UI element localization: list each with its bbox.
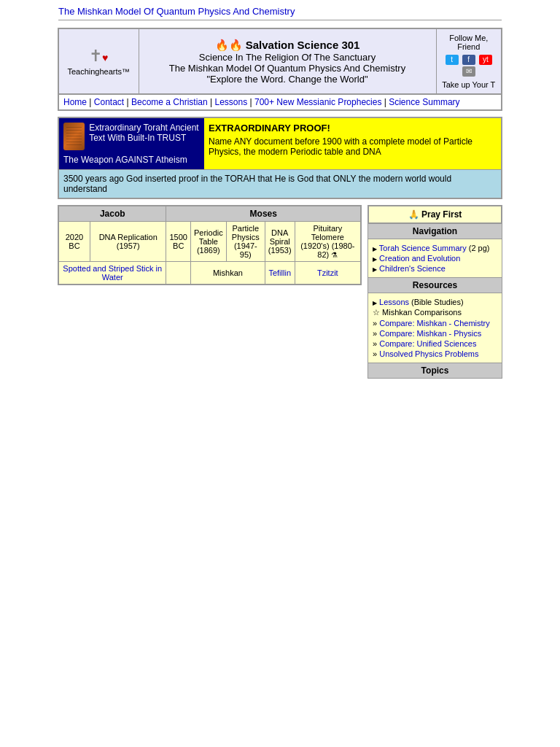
header-table: ✝♥ Teachinghearts™ 🔥🔥 Salvation Science … xyxy=(58,28,502,95)
res-item-physics: » Compare: Mishkan - Physics xyxy=(373,329,497,338)
particle-physics-cell: ParticlePhysics(1947-95) xyxy=(226,222,265,262)
tzitzit-cell: Tzitzit xyxy=(295,262,361,285)
res-item-unified: » Compare: Unified Sciences xyxy=(373,339,497,348)
childrens-science-link[interactable]: Children's Science xyxy=(379,264,446,273)
tefillin-cell: Tefillin xyxy=(265,262,295,285)
sidebar: 🙏 Pray First Navigation Torah Science Su… xyxy=(368,205,502,379)
year-2020: 2020BC xyxy=(58,222,90,262)
nav-become-christian[interactable]: Become a Christian xyxy=(131,97,208,107)
star-icon: ☆ xyxy=(373,308,380,317)
facebook-icon[interactable]: f xyxy=(462,55,475,65)
proof-right-title: EXTRAORDINARY PROOF! xyxy=(209,123,497,133)
creation-evolution-link[interactable]: Creation and Evolution xyxy=(379,254,460,263)
header-logo-cell: ✝♥ Teachinghearts™ xyxy=(58,28,139,94)
site-title: 🔥🔥 Salvation Science 301 xyxy=(144,39,432,52)
sidebar-res-content: Lessons (Bible Studies) ☆ Mishkan Compar… xyxy=(368,293,502,363)
pituitary-telomere-cell: Pituitary Telomere(1920's) (1980-82) ⚗ xyxy=(295,222,361,262)
unsolved-physics-link[interactable]: Unsolved Physics Problems xyxy=(379,349,478,358)
proof-bottom: 3500 years ago God inserted proof in the… xyxy=(58,170,502,199)
year-1500: 1500BC xyxy=(166,222,190,262)
lessons-link[interactable]: Lessons xyxy=(379,298,409,306)
nav-contact[interactable]: Contact xyxy=(94,97,124,107)
logo-cross-icon: ✝♥ xyxy=(63,47,134,66)
email-icon[interactable]: ✉ xyxy=(462,66,475,77)
data-table: Jacob Moses 2020BC DNA Replication(1957)… xyxy=(58,205,362,285)
res-item-unsolved: » Unsolved Physics Problems xyxy=(373,349,497,358)
dna-replication: DNA Replication(1957) xyxy=(90,222,166,262)
col-jacob-header: Jacob xyxy=(58,206,166,222)
res-item-mishkan: ☆ Mishkan Comparisons xyxy=(373,308,497,317)
site-sub2: The Mishkan Model Of Quantum Physics And… xyxy=(144,63,432,74)
flame-icon: 🔥🔥 xyxy=(215,39,243,51)
follow-take: Take up Your T xyxy=(441,80,497,89)
sidebar-pray: 🙏 Pray First xyxy=(368,205,502,224)
arrow-icon-2 xyxy=(373,254,377,263)
unified-sciences-link[interactable]: Compare: Unified Sciences xyxy=(379,339,476,348)
res-item-lessons: Lessons (Bible Studies) xyxy=(373,298,497,306)
logo-name: Teachinghearts™ xyxy=(63,67,134,76)
sidebar-nav-header: Navigation xyxy=(368,224,502,239)
page-title-bar: The Mishkan Model Of Quantum Physics And… xyxy=(0,0,560,23)
dna-spiral-cell: DNASpiral(1953) xyxy=(265,222,295,262)
header-center-cell: 🔥🔥 Salvation Science 301 Science In The … xyxy=(139,28,436,94)
follow-label: Follow Me, Friend xyxy=(441,34,497,51)
arrow-icon-3 xyxy=(373,264,377,273)
sidebar-topics-header: Topics xyxy=(368,363,502,379)
nav-bar: Home | Contact | Become a Christian | Le… xyxy=(58,95,502,111)
header-follow-cell: Follow Me, Friend t f yt ✉ Take up Your … xyxy=(436,28,502,94)
proof-left: Extraordinary Toraht Ancient Text With B… xyxy=(58,117,204,170)
arrow-icon-4 xyxy=(373,298,377,306)
nav-prophecies[interactable]: 700+ New Messianic Prophecies xyxy=(254,97,381,107)
scroll-icon xyxy=(63,123,85,150)
mishkan-physics-link[interactable]: Compare: Mishkan - Physics xyxy=(379,329,481,338)
proof-table: Extraordinary Toraht Ancient Text With B… xyxy=(58,117,502,199)
proof-left-sub: The Weapon AGAINST Atheism xyxy=(63,155,200,165)
nav-item-creation: Creation and Evolution xyxy=(373,254,497,263)
main-content: Jacob Moses 2020BC DNA Replication(1957)… xyxy=(58,205,502,379)
data-table-wrapper: Jacob Moses 2020BC DNA Replication(1957)… xyxy=(58,205,362,379)
pray-icon: 🙏 xyxy=(408,209,419,220)
tzitzit-link[interactable]: Tzitzit xyxy=(317,268,338,277)
proof-left-text: Extraordinary Toraht Ancient Text With B… xyxy=(89,123,200,143)
social-icons: t f yt ✉ xyxy=(441,54,497,77)
proof-right-body: Name ANY document before 1900 with a com… xyxy=(209,136,497,157)
tefillin-link[interactable]: Tefillin xyxy=(268,268,291,277)
spotted-stick-link[interactable]: Spotted and Striped Stick in Water xyxy=(63,264,162,282)
blank-cell xyxy=(166,262,190,285)
youtube-icon[interactable]: yt xyxy=(479,55,492,65)
twitter-icon[interactable]: t xyxy=(446,55,459,65)
vial-icon: ⚗ xyxy=(331,251,338,259)
mishkan-chemistry-link[interactable]: Compare: Mishkan - Chemistry xyxy=(379,319,490,328)
page-title: The Mishkan Model Of Quantum Physics And… xyxy=(58,6,295,17)
nav-item-torah: Torah Science Summary (2 pg) xyxy=(373,244,497,252)
nav-item-children: Children's Science xyxy=(373,264,497,273)
sidebar-res-header: Resources xyxy=(368,278,502,293)
nav-home[interactable]: Home xyxy=(63,97,87,107)
torah-science-link[interactable]: Torah Science Summary xyxy=(379,244,467,252)
mishkan-cell: Mishkan xyxy=(190,262,265,285)
site-quote: "Explore the Word. Change the World" xyxy=(144,74,432,85)
proof-right: EXTRAORDINARY PROOF! Name ANY document b… xyxy=(204,117,502,170)
spotted-stick-link-cell: Spotted and Striped Stick in Water xyxy=(58,262,166,285)
nav-science-summary[interactable]: Science Summary xyxy=(389,97,459,107)
arrow-icon-1 xyxy=(373,244,377,252)
col-moses-header: Moses xyxy=(166,206,361,222)
site-sub1: Science In The Religion Of The Sanctuary xyxy=(144,52,432,63)
periodic-table-cell: PeriodicTable(1869) xyxy=(190,222,226,262)
sidebar-nav-content: Torah Science Summary (2 pg) Creation an… xyxy=(368,239,502,278)
nav-lessons[interactable]: Lessons xyxy=(214,97,247,107)
res-item-chemistry: » Compare: Mishkan - Chemistry xyxy=(373,319,497,328)
